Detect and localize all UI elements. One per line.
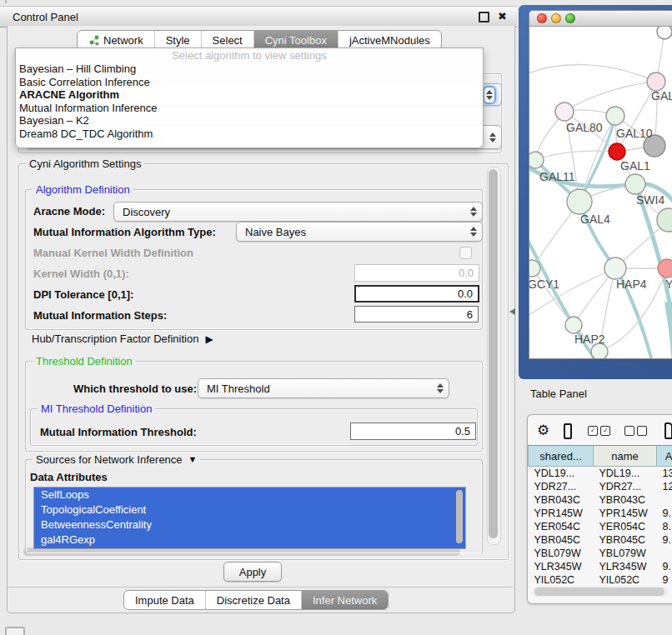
network-node[interactable] <box>625 174 645 194</box>
table-cell[interactable]: 8. <box>657 520 672 533</box>
column-header[interactable]: A <box>657 446 672 467</box>
table-cell[interactable]: 9 <box>657 573 672 587</box>
collapse-down-icon[interactable]: ▼ <box>188 453 198 466</box>
table-hscrollbar[interactable] <box>533 587 668 597</box>
table-cell[interactable] <box>657 493 672 507</box>
table-cell[interactable]: 9. <box>657 533 672 547</box>
table-cell[interactable]: YDR27... <box>594 480 657 493</box>
aracne-mode-combobox[interactable]: Discovery <box>113 202 483 222</box>
manual-kernel-checkbox[interactable] <box>459 247 472 259</box>
network-node[interactable] <box>604 258 626 279</box>
network-node[interactable] <box>555 102 574 121</box>
table-cell[interactable] <box>657 547 672 560</box>
network-node[interactable] <box>647 72 665 91</box>
tab-discretize-data[interactable]: Discretize Data <box>206 591 302 609</box>
minimize-traffic-light-icon[interactable] <box>551 13 561 23</box>
mi-type-combobox[interactable]: Naive Bayes <box>236 222 483 242</box>
table-cell[interactable]: YBR043C <box>529 493 594 507</box>
table-cell[interactable]: YLR345W <box>594 560 657 573</box>
desktop-widget-button[interactable] <box>5 627 25 635</box>
table-hscrollbar-thumb[interactable] <box>534 588 664 596</box>
table-cell[interactable]: YBR045C <box>594 533 657 547</box>
expand-right-icon[interactable]: ▶ <box>205 333 213 345</box>
table-cell[interactable]: YBL079W <box>594 547 657 560</box>
table-row[interactable]: YBR045CYBR045C9. <box>529 533 672 547</box>
column-header[interactable]: name <box>594 446 657 467</box>
close-traffic-light-icon[interactable] <box>537 13 547 23</box>
zoom-traffic-light-icon[interactable] <box>565 13 575 23</box>
table-row[interactable]: YBR043CYBR043C <box>529 493 672 507</box>
table-cell[interactable]: 9. <box>657 507 672 520</box>
unselect-all-columns-icon[interactable] <box>624 426 647 436</box>
network-node[interactable] <box>567 189 592 214</box>
table-row[interactable]: YLR345WYLR345W9. <box>529 560 672 573</box>
network-node[interactable] <box>658 259 672 278</box>
table-cell[interactable]: YDL19... <box>594 467 657 481</box>
network-node[interactable] <box>606 107 624 125</box>
menu-item[interactable]: Dream8 DC_TDC Algorithm <box>16 128 483 141</box>
menu-item[interactable]: Bayesian – Hill Climbing <box>16 62 483 76</box>
table-cell[interactable]: YBR045C <box>529 533 594 547</box>
list-item[interactable]: SelfLoops <box>34 488 465 502</box>
which-threshold-combobox[interactable]: MI Threshold <box>198 378 449 398</box>
table-row[interactable]: YIL052CYIL052C9 <box>529 573 672 587</box>
network-node[interactable] <box>529 260 540 277</box>
menu-item[interactable]: Mutual Information Inference <box>16 102 483 115</box>
hub-definition-toggle[interactable]: Hub/Transcription Factor Definition ▶ <box>32 332 213 345</box>
tab-infer-network[interactable]: Infer Network <box>302 591 388 609</box>
export-table-icon[interactable] <box>664 422 672 439</box>
list-item[interactable]: TopologicalCoefficient <box>34 502 465 518</box>
data-attributes-list[interactable]: SelfLoopsTopologicalCoefficientBetweenne… <box>33 487 466 549</box>
table-row[interactable]: YDL19...YDL19...13 <box>529 467 672 481</box>
tab-network[interactable]: Network <box>78 31 155 49</box>
network-node[interactable] <box>529 152 544 168</box>
table-cell[interactable]: YIL052C <box>529 573 594 587</box>
network-edge[interactable] <box>668 302 672 358</box>
tab-cyni-toolbox[interactable]: Cyni Toolbox <box>254 31 339 49</box>
mi-steps-field[interactable]: 6 <box>354 306 479 322</box>
network-window-titlebar[interactable] <box>529 11 672 27</box>
tab-style[interactable]: Style <box>155 31 202 49</box>
mi-threshold-field[interactable]: 0.5 <box>350 422 476 440</box>
float-window-icon[interactable] <box>479 12 489 22</box>
network-edge[interactable] <box>529 65 656 82</box>
settings-vscrollbar-thumb[interactable] <box>489 169 498 538</box>
menu-item[interactable]: ARACNE Algorithm <box>16 88 483 102</box>
apply-button[interactable]: Apply <box>223 562 282 582</box>
table-cell[interactable]: YDL19... <box>529 467 594 481</box>
network-edge[interactable] <box>529 268 615 318</box>
kernel-width-field[interactable]: 0.0 <box>354 264 479 282</box>
table-cell[interactable]: YPR145W <box>594 507 657 520</box>
select-all-columns-icon[interactable]: ✓✓ <box>588 426 610 436</box>
list-item[interactable]: gal4RGexp <box>34 532 465 548</box>
attributes-scrollbar-thumb[interactable] <box>456 490 463 543</box>
table-cell[interactable]: YLR345W <box>529 560 594 573</box>
tab-jactivemnodules[interactable]: jActiveMNodules <box>339 31 441 49</box>
menu-item[interactable]: Bayesian – K2 <box>16 114 483 128</box>
split-columns-icon[interactable] <box>564 423 572 439</box>
tab-impute-data[interactable]: Impute Data <box>124 591 206 609</box>
table-row[interactable]: YDR27...YDR27...12 <box>529 480 672 493</box>
list-item[interactable]: BetweennessCentrality <box>34 518 465 532</box>
network-node[interactable] <box>609 143 625 160</box>
tab-select[interactable]: Select <box>202 31 254 49</box>
table-cell[interactable]: 13 <box>657 467 672 481</box>
menu-item[interactable]: Basic Correlation Inference <box>16 76 483 89</box>
table-cell[interactable]: YIL052C <box>594 573 657 587</box>
close-icon[interactable]: ✖ <box>498 12 507 21</box>
network-node[interactable] <box>565 317 582 333</box>
sources-title-row[interactable]: Sources for Network Inference ▼ <box>33 453 200 466</box>
table-cell[interactable]: 12 <box>657 480 672 493</box>
table-cell[interactable]: YBR043C <box>594 493 657 507</box>
table-cell[interactable]: 9. <box>657 560 672 573</box>
network-canvas[interactable]: GALGAL80GAL10GAL1GAL11SWI4GAL4GCY1HAP4YH… <box>529 27 672 358</box>
network-node[interactable] <box>657 27 672 39</box>
table-cell[interactable]: YBL079W <box>529 547 594 560</box>
table-row[interactable]: YER054CYER054C8. <box>529 520 672 533</box>
dpi-tolerance-field[interactable]: 0.0 <box>354 285 479 302</box>
table-cell[interactable]: YPR145W <box>529 507 594 520</box>
table-cell[interactable]: YER054C <box>594 520 657 533</box>
column-header[interactable]: shared... <box>529 446 594 467</box>
table-cell[interactable]: YDR27... <box>529 480 594 493</box>
table-cell[interactable]: YER054C <box>529 520 594 533</box>
